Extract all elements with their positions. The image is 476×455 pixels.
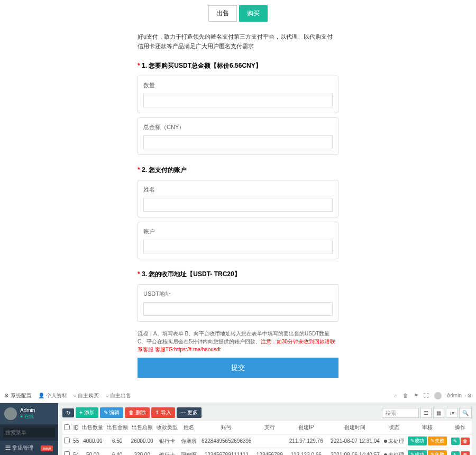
col-header: 操作 [449,421,472,434]
expand-icon[interactable]: ⛶ [424,393,429,398]
tab-sell[interactable]: 出售 [208,5,237,22]
menu-search[interactable] [3,427,55,438]
audit-fail[interactable]: ✎失败 [428,450,447,455]
table-row: 5450.006.40320.00银行卡阿狗啊12345678911111112… [62,448,472,455]
row-checkbox[interactable] [64,438,70,443]
section-2-title: * 2. 您支付的账户 [138,166,338,175]
row-checkbox[interactable] [64,451,70,455]
qty-input[interactable] [143,94,333,107]
table-row: 554000.006.5026000.00银行卡你麻痹6228489565269… [62,434,472,448]
audit-success[interactable]: ✎成功 [408,450,427,455]
col-header: 状态 [382,421,406,434]
col-header: 支行 [255,421,285,434]
toolbar: ↻ + 添加 ✎ 编辑 🗑 删除 ↥ 导入 ⋯ 更多 ☰ ▦ ↓▾ 🔍 [62,407,472,418]
view-list-button[interactable]: ☰ [420,408,432,418]
refresh-button[interactable]: ↻ [62,408,74,417]
addr-input[interactable] [143,302,333,316]
search-input[interactable] [382,408,419,418]
section-1-title: * 1. 您要购买USDT总金额【标价6.56CNY】 [138,61,338,70]
submit-button[interactable]: 提交 [138,358,338,378]
admin-panel: ⚙ 系统配置 👤 个人资料 ○ 自主购买 ○ 自主出售 ⌂ 🗑 ⚑ ⛶ Admi… [0,388,476,455]
data-table: ID出售数量出售金额出售总额收款类型姓名账号支行创建IP创建时间状态审核操作 5… [62,421,472,455]
name-input[interactable] [143,198,333,212]
row-edit[interactable]: ✎ [451,438,460,445]
search-button[interactable]: 🔍 [459,408,472,418]
topbar-username[interactable]: Admin [447,393,462,398]
row-delete[interactable]: 🗑 [461,438,470,445]
qty-label: 数量 [143,81,333,89]
form-panel: 出售 购买 好u支付，致力于打造领先的匿名支付第三方支付平台，以代理、以代购支付… [0,0,476,388]
tab-buy[interactable]: 购买 [239,5,268,22]
audit-success[interactable]: ✎成功 [408,436,427,445]
flow-note: 流程：A、填写表单 B、向平台收币地址转入您在表单中填写的要出售的USDT数量 … [138,330,338,353]
avatar-icon[interactable] [434,392,442,399]
select-all[interactable] [64,424,70,430]
nav-profile[interactable]: 👤 个人资料 [38,392,67,399]
amount-label: 总金额（CNY） [143,123,333,131]
topbar: ⚙ 系统配置 👤 个人资料 ○ 自主购买 ○ 自主出售 ⌂ 🗑 ⚑ ⛶ Admi… [0,388,476,403]
home-icon[interactable]: ⌂ [395,393,398,398]
more-button[interactable]: ⋯ 更多 [177,407,202,418]
col-header: 出售金额 [105,421,130,434]
nav-buy[interactable]: ○ 自主购买 [74,392,99,399]
description: 好u支付，致力于打造领先的匿名支付第三方支付平台，以代理、以代购支付信用卡还款等… [138,32,338,51]
trash-icon[interactable]: 🗑 [403,393,408,398]
row-edit[interactable]: ✎ [451,451,460,455]
account-label: 账户 [143,228,333,235]
audit-fail[interactable]: ✎失败 [428,436,447,445]
delete-button[interactable]: 🗑 删除 [125,407,150,418]
settings-icon[interactable]: ⚙ [467,393,472,398]
sidebar-username: Admin [20,407,35,413]
col-header: 姓名 [179,421,198,434]
col-header: 创建时间 [327,421,382,434]
col-header [62,421,71,434]
online-status: ● 在线 [20,413,35,420]
account-input[interactable] [143,240,333,253]
nav-sell[interactable]: ○ 自主出售 [105,392,131,399]
name-label: 姓名 [143,186,333,194]
import-button[interactable]: ↥ 导入 [151,407,175,418]
col-header: 创建IP [285,421,327,434]
col-header: 出售总额 [130,421,155,434]
edit-button[interactable]: ✎ 编辑 [100,407,124,418]
add-button[interactable]: + 添加 [76,407,98,418]
avatar [4,407,17,420]
section-3-title: * 3. 您的收币地址【USDT- TRC20】 [138,270,338,279]
flag-icon[interactable]: ⚑ [414,393,418,398]
view-grid-button[interactable]: ▦ [433,408,444,418]
sidebar-item-常规管理[interactable]: ☰ 常规管理new [0,441,58,455]
user-block: Admin ● 在线 [0,403,58,424]
row-delete[interactable]: 🗑 [461,451,470,455]
addr-label: USDT地址 [143,290,333,298]
col-header: 账号 [198,421,255,434]
col-header: 审核 [406,421,449,434]
sidebar: Admin ● 在线 ☰ 常规管理new☰ 权限管理‹☰ 自主购买○ 自主出售 [0,403,58,455]
col-header: 收款类型 [155,421,179,434]
tab-row: 出售 购买 [0,0,476,27]
export-button[interactable]: ↓▾ [446,408,457,418]
col-header: 出售数量 [80,421,105,434]
col-header: ID [71,421,80,434]
nav-sysconfig[interactable]: ⚙ 系统配置 [4,392,32,399]
amount-input[interactable] [143,135,333,149]
